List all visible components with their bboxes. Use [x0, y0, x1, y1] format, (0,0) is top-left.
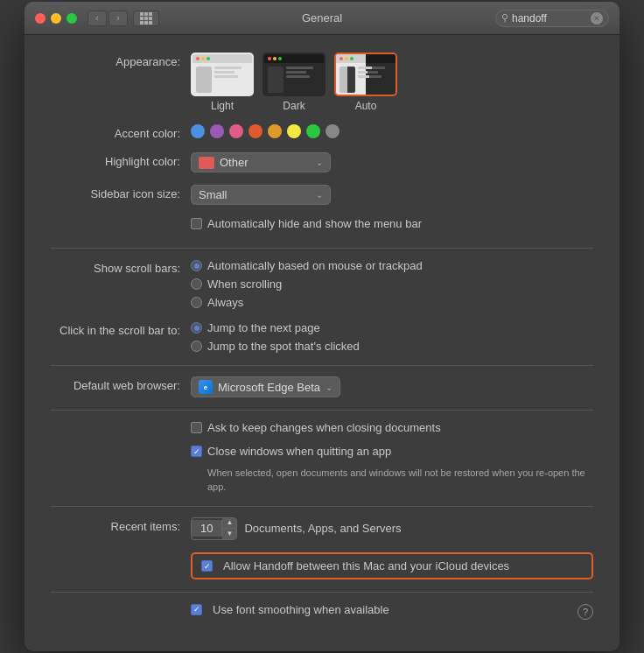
accent-gold[interactable] — [287, 124, 301, 138]
close-button[interactable] — [35, 13, 46, 24]
sidebar-icon-size-value: Small — [199, 188, 311, 201]
handoff-highlight-box: ✓ Allow Handoff between this Mac and you… — [191, 552, 593, 579]
close-windows-checkbox[interactable]: ✓ — [191, 446, 202, 457]
show-scroll-bars-controls: Automatically based on mouse or trackpad… — [191, 259, 593, 309]
documents-controls: Ask to keep changes when closing documen… — [191, 421, 593, 494]
jump-page-label: Jump to the next page — [207, 321, 320, 334]
handoff-label-text: Allow Handoff between this Mac and your … — [223, 559, 509, 572]
accent-color-label: Accent color: — [51, 124, 191, 140]
scroll-always-radio[interactable] — [191, 297, 202, 308]
jump-spot-row: Jump to the spot that's clicked — [191, 340, 360, 353]
jump-page-row: Jump to the next page — [191, 321, 360, 334]
handoff-label — [51, 552, 191, 555]
scroll-scrolling-radio[interactable] — [191, 278, 202, 290]
edge-icon: e — [199, 380, 213, 394]
accent-pink[interactable] — [229, 124, 243, 138]
stepper-buttons: ▲ ▼ — [222, 518, 236, 539]
sidebar-size-dropdown-arrow: ⌄ — [316, 190, 323, 200]
show-scroll-bars-label: Show scroll bars: — [51, 259, 191, 275]
documents-label — [51, 421, 191, 424]
accent-purple[interactable] — [210, 124, 224, 138]
appearance-options: Light — [191, 53, 397, 112]
font-smoothing-checkbox-row: ✓ Use font smoothing when available — [191, 603, 389, 616]
sidebar-icon-size-dropdown[interactable]: Small ⌄ — [191, 185, 331, 205]
search-bar[interactable]: ⚲ ✕ — [495, 10, 609, 27]
accent-color-row: Accent color: — [51, 124, 593, 140]
default-browser-dropdown[interactable]: e Microsoft Edge Beta ⌄ — [191, 376, 340, 397]
menu-bar-row: Automatically hide and show the menu bar — [51, 217, 593, 235]
stepper-up-button[interactable]: ▲ — [222, 518, 236, 529]
light-thumbnail[interactable] — [191, 53, 254, 96]
grid-button[interactable] — [133, 11, 159, 26]
separator-1 — [51, 248, 593, 249]
scroll-always-label: Always — [207, 296, 243, 309]
minimize-button[interactable] — [51, 13, 61, 24]
font-smoothing-row: ✓ Use font smoothing when available ? — [51, 603, 593, 621]
forward-button[interactable]: › — [108, 11, 128, 26]
sidebar-icon-size-controls: Small ⌄ — [191, 185, 593, 205]
recent-items-suffix: Documents, Apps, and Servers — [244, 522, 401, 535]
scroll-bars-radio-group: Automatically based on mouse or trackpad… — [191, 259, 423, 309]
show-scroll-bars-row: Show scroll bars: Automatically based on… — [51, 259, 593, 309]
recent-items-controls: 10 ▲ ▼ Documents, Apps, and Servers — [191, 517, 593, 540]
menu-bar-controls: Automatically hide and show the menu bar — [191, 217, 593, 235]
recent-items-stepper[interactable]: 10 ▲ ▼ — [191, 517, 237, 540]
recent-items-label: Recent items: — [51, 517, 191, 533]
menu-bar-checkbox-row: Automatically hide and show the menu bar — [191, 217, 422, 230]
jump-page-radio[interactable] — [191, 322, 202, 334]
close-windows-row: ✓ Close windows when quitting an app — [191, 445, 391, 458]
appearance-row: Appearance: — [51, 53, 593, 112]
click-scroll-bar-label: Click in the scroll bar to: — [51, 321, 191, 337]
font-smoothing-controls: ✓ Use font smoothing when available ? — [191, 603, 593, 621]
appearance-option-light[interactable]: Light — [191, 53, 254, 112]
handoff-row: ✓ Allow Handoff between this Mac and you… — [51, 552, 593, 579]
menu-bar-checkbox[interactable] — [191, 218, 202, 229]
highlight-color-controls: Other ⌄ — [191, 152, 593, 172]
auto-thumbnail[interactable] — [334, 53, 397, 96]
settings-content: Appearance: — [24, 35, 620, 651]
click-scroll-bar-row: Click in the scroll bar to: Jump to the … — [51, 321, 593, 353]
click-scroll-bar-controls: Jump to the next page Jump to the spot t… — [191, 321, 593, 353]
recent-items-value: 10 — [192, 520, 222, 537]
font-smoothing-checkbox[interactable]: ✓ — [191, 604, 202, 615]
window-title: General — [302, 11, 342, 25]
scroll-auto-row: Automatically based on mouse or trackpad — [191, 259, 423, 272]
highlight-color-dropdown[interactable]: Other ⌄ — [191, 152, 331, 172]
traffic-lights — [35, 13, 77, 24]
maximize-button[interactable] — [66, 13, 77, 24]
jump-spot-radio[interactable] — [191, 341, 202, 352]
accent-green[interactable] — [306, 124, 320, 138]
highlight-color-label: Highlight color: — [51, 152, 191, 168]
titlebar: ‹ › General ⚲ ✕ — [24, 2, 620, 35]
scroll-auto-radio[interactable] — [191, 260, 202, 271]
stepper-down-button[interactable]: ▼ — [222, 529, 236, 539]
sidebar-icon-size-row: Sidebar icon size: Small ⌄ — [51, 185, 593, 205]
nav-buttons: ‹ › — [88, 11, 128, 26]
accent-graphite[interactable] — [326, 124, 340, 138]
dark-label: Dark — [283, 100, 304, 112]
handoff-controls: ✓ Allow Handoff between this Mac and you… — [191, 552, 593, 579]
jump-spot-label: Jump to the spot that's clicked — [207, 340, 360, 353]
back-button[interactable]: ‹ — [88, 11, 107, 26]
search-clear-button[interactable]: ✕ — [591, 12, 603, 25]
handoff-checkbox[interactable]: ✓ — [201, 560, 213, 572]
font-smoothing-label-text: Use font smoothing when available — [213, 603, 389, 616]
help-button[interactable]: ? — [578, 604, 593, 620]
dark-thumbnail[interactable] — [262, 53, 326, 96]
search-input[interactable] — [512, 12, 591, 25]
accent-orange[interactable] — [248, 124, 262, 138]
main-window: ‹ › General ⚲ ✕ Appearance: — [24, 2, 620, 651]
separator-4 — [51, 506, 593, 507]
scroll-always-row: Always — [191, 296, 423, 309]
appearance-controls: Light — [191, 53, 593, 112]
highlight-color-value: Other — [220, 156, 311, 169]
documents-description: When selected, open documents and window… — [207, 467, 593, 494]
accent-blue[interactable] — [191, 124, 205, 138]
accent-yellow[interactable] — [268, 124, 282, 138]
scroll-auto-dot — [194, 263, 200, 269]
appearance-option-auto[interactable]: Auto — [334, 53, 397, 112]
accent-colors — [191, 124, 340, 138]
scroll-auto-label: Automatically based on mouse or trackpad — [207, 259, 423, 272]
appearance-option-dark[interactable]: Dark — [262, 53, 326, 112]
ask-keep-changes-checkbox[interactable] — [191, 422, 202, 433]
